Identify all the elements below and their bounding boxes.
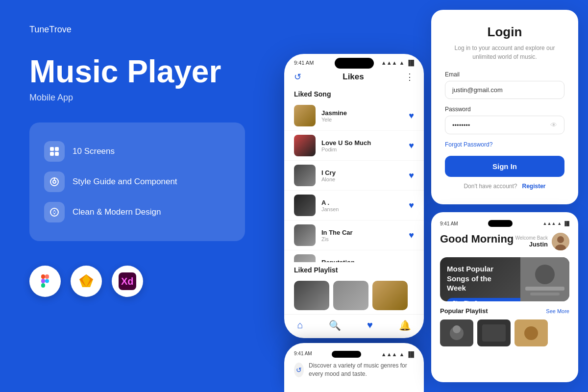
song-artist-incar: Zis [321, 236, 403, 242]
song-item-love: Love U So Much Podim ♥ [284, 131, 424, 161]
left-panel: TuneTrove Music Player Mobile App 10 Scr… [0, 0, 274, 392]
heart-a[interactable]: ♥ [409, 200, 414, 211]
likes-title: Likes [343, 72, 364, 82]
bottom-back-btn[interactable]: ↺ [294, 363, 304, 377]
bottom-signal: ▲▲▲ [381, 351, 397, 357]
song-list: Jasmine Yele ♥ Love U So Much Podim ♥ I … [284, 101, 424, 262]
svg-point-23 [535, 265, 555, 284]
forgot-password-link[interactable]: Forgot Password? [445, 141, 564, 148]
login-title: Login [445, 24, 564, 40]
svg-point-20 [557, 236, 564, 243]
xd-icon: Xd [112, 266, 143, 297]
mini-playlist-row [440, 319, 569, 346]
banner-title: Most Popular Songs of the Week [447, 264, 506, 293]
morning-signal: ▲▲▲ [543, 221, 556, 226]
heart-incar[interactable]: ♥ [409, 230, 414, 241]
register-link[interactable]: Register [522, 183, 546, 190]
email-label: Email [445, 71, 564, 78]
playlist-thumb-3 [372, 281, 408, 310]
figma-icon [29, 266, 61, 297]
bottom-battery: ▐█ [406, 351, 414, 357]
sign-in-button[interactable]: Sign In [445, 156, 564, 177]
svg-rect-10 [45, 274, 49, 279]
nav-search-icon[interactable]: 🔍 [329, 319, 341, 331]
password-label: Password [445, 106, 564, 113]
svg-rect-12 [41, 283, 45, 288]
mini-playlist-1 [440, 319, 473, 346]
song-thumb-rep [294, 254, 316, 262]
phone-likes-mockup: 9:41 AM ▲▲▲ ▲ ▐█ ↺ Likes ⋮ Liked Song Ja… [284, 54, 424, 338]
liked-song-title: Liked Song [284, 86, 424, 101]
song-item-incar: In The Car Zis ♥ [284, 220, 424, 250]
status-time: 9:41 AM [294, 60, 314, 66]
eye-icon[interactable]: 👁 [550, 121, 557, 129]
svg-point-33 [524, 326, 538, 340]
morning-wifi: ▲ [557, 221, 562, 226]
bottom-wifi: ▲ [399, 351, 405, 357]
svg-rect-25 [530, 293, 560, 295]
song-item-reputation: Reputation Scott ♥ [284, 250, 424, 262]
song-name-a: A . [321, 199, 403, 206]
song-thumb-jasmine [294, 105, 316, 126]
playlist-thumb-1 [294, 281, 329, 310]
song-info-incar: In The Car Zis [321, 229, 403, 242]
song-item-jasmine: Jasmine Yele ♥ [284, 101, 424, 131]
morning-status-bar: 9:41 AM ▲▲▲ ▲ ▐█ [440, 220, 569, 227]
song-info-a: A . Jansen [321, 199, 403, 212]
song-artist-jasmine: Yele [321, 117, 403, 122]
nav-bell-icon[interactable]: 🔔 [399, 319, 411, 331]
feature-design: Clean & Modern Design [44, 197, 230, 227]
popular-header: Popular Playlist See More [440, 307, 569, 315]
svg-rect-2 [50, 152, 54, 156]
song-name-reputation: Reputation [321, 259, 403, 263]
song-name-incar: In The Car [321, 229, 403, 236]
svg-rect-9 [41, 274, 45, 279]
heart-love[interactable]: ♥ [409, 141, 414, 151]
email-input[interactable]: justin@gmail.com [445, 81, 564, 99]
right-panel: 9:41 AM ▲▲▲ ▲ ▐█ ↺ Likes ⋮ Liked Song Ja… [274, 0, 588, 392]
morning-island [488, 220, 513, 227]
dynamic-island [335, 58, 374, 69]
more-icon[interactable]: ⋮ [405, 72, 414, 82]
user-name: Justin [515, 241, 548, 248]
see-more-link[interactable]: See More [546, 308, 569, 314]
phone-status-bar: 9:41 AM ▲▲▲ ▲ ▐█ [284, 54, 424, 68]
hero-section: Music Player Mobile App [29, 54, 245, 122]
back-icon[interactable]: ↺ [294, 72, 301, 82]
screens-icon [44, 141, 65, 162]
morning-greeting: Good Morning [440, 233, 514, 245]
user-block: Welcome Back Justin [515, 233, 569, 250]
song-artist-love: Podim [321, 147, 403, 152]
heart-icry[interactable]: ♥ [409, 171, 414, 181]
song-artist-a: Jansen [321, 206, 403, 212]
design-icon [44, 202, 65, 222]
song-item-icry: I Cry Alone ♥ [284, 161, 424, 191]
svg-rect-24 [525, 287, 564, 291]
app-title: Music Player [29, 54, 245, 89]
sketch-icon [71, 266, 102, 297]
song-artist-icry: Alone [321, 176, 403, 182]
song-info-icry: I Cry Alone [321, 169, 403, 182]
morning-status-icons: ▲▲▲ ▲ ▐█ [543, 221, 569, 226]
register-prompt: Don't have account? Register [445, 183, 564, 190]
greeting-block: Good Morning [440, 233, 514, 245]
song-name-love: Love U So Much [321, 139, 403, 147]
bottom-time: 9:41 AM [294, 351, 312, 358]
popular-title: Popular Playlist [440, 307, 488, 315]
song-item-a: A . Jansen ♥ [284, 191, 424, 220]
nav-home-icon[interactable]: ⌂ [297, 319, 303, 331]
banner-image [520, 257, 569, 301]
song-name-jasmine: Jasmine [321, 109, 403, 117]
song-info-love: Love U So Much Podim [321, 139, 403, 152]
password-input[interactable]: •••••••• 👁 [445, 116, 564, 134]
song-thumb-a [294, 195, 316, 216]
heart-jasmine[interactable]: ♥ [409, 111, 414, 121]
feature-screens-label: 10 Screens [73, 147, 115, 156]
style-icon [44, 172, 65, 192]
svg-point-8 [53, 211, 55, 213]
phone-bottom-mockup: 9:41 AM ▲▲▲ ▲ ▐█ ↺ Discover a variety of… [284, 343, 424, 392]
nav-heart-icon[interactable]: ♥ [367, 319, 373, 331]
mini-playlist-2 [477, 319, 511, 346]
discover-text: Discover a variety of music genres for e… [309, 362, 414, 378]
svg-rect-31 [482, 324, 506, 342]
